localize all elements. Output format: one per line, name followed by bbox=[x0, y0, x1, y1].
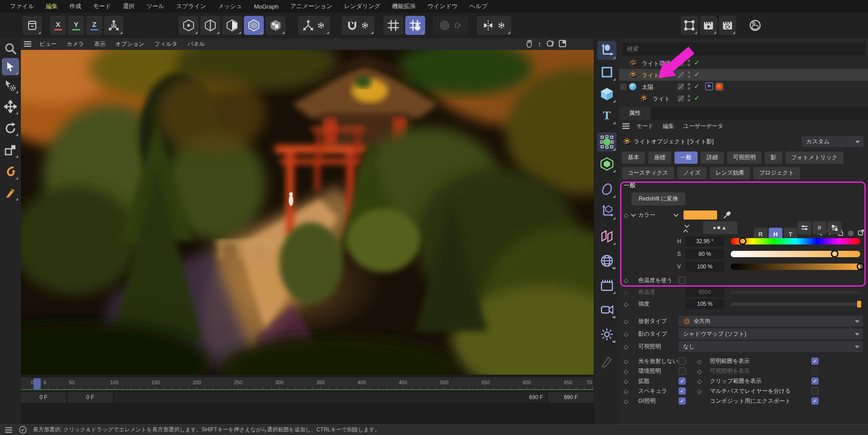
viewport-menu-1[interactable]: カメラ bbox=[62, 39, 89, 49]
attr-menu-0[interactable]: モード bbox=[632, 121, 658, 132]
snap-settings-button[interactable] bbox=[342, 16, 374, 35]
preset-dropdown[interactable]: カスタム bbox=[802, 136, 863, 147]
timeline-ruler[interactable]: 0650100150200250300350400450500550600650… bbox=[21, 377, 594, 390]
editor-render-dots[interactable] bbox=[688, 95, 690, 102]
hex-input-icon[interactable]: # bbox=[813, 221, 826, 234]
keyframe-diamond-icon[interactable]: ◇ bbox=[624, 368, 628, 375]
undo-history-button[interactable] bbox=[23, 16, 42, 35]
keyframe-diamond-icon[interactable]: ◇ bbox=[624, 378, 628, 385]
hsv-value-S[interactable]: 80 % bbox=[685, 249, 724, 259]
hsv-slider-S[interactable] bbox=[731, 251, 860, 257]
falloff-settings-button[interactable] bbox=[433, 16, 468, 35]
subdivision-surface-icon[interactable] bbox=[597, 180, 616, 199]
workplane-button[interactable] bbox=[383, 16, 403, 35]
checkbox-マルチパスでレイヤーを分ける[interactable] bbox=[811, 387, 819, 395]
hsv-slider-H[interactable] bbox=[731, 238, 860, 244]
expand-down-icon[interactable] bbox=[684, 223, 689, 228]
magic-ball-icon[interactable] bbox=[745, 16, 765, 35]
preview-range-bar[interactable]: 690 F bbox=[114, 392, 547, 403]
checkbox-可視照明を表示[interactable] bbox=[811, 367, 819, 375]
menu-選択[interactable]: 選択 bbox=[117, 0, 140, 12]
text-spline-icon[interactable]: T bbox=[597, 106, 616, 125]
viewport-menu-2[interactable]: 表示 bbox=[89, 39, 110, 49]
editor-render-dots[interactable] bbox=[688, 83, 690, 90]
menu-レンダリング[interactable]: レンダリング bbox=[339, 0, 386, 12]
menu-機能拡張[interactable]: 機能拡張 bbox=[387, 0, 421, 12]
volume-builder-icon[interactable] bbox=[597, 154, 616, 173]
current-frame-field[interactable]: 0 F bbox=[21, 392, 66, 403]
cube-primitive-icon[interactable] bbox=[597, 84, 616, 103]
axis-lock-z[interactable]: Z bbox=[86, 16, 102, 35]
tree-row-ライト環境[interactable]: STライト環境✓ bbox=[619, 57, 868, 69]
menu-ファイル[interactable]: ファイル bbox=[5, 0, 39, 12]
search-commander-icon[interactable] bbox=[2, 40, 19, 57]
model-mode-button[interactable] bbox=[244, 16, 264, 35]
editor-render-dots[interactable] bbox=[688, 59, 690, 66]
keyframe-diamond-icon[interactable]: ◇ bbox=[697, 388, 702, 395]
menu-ウインドウ[interactable]: ウインドウ bbox=[422, 0, 463, 12]
viewport-menu-5[interactable]: パネル bbox=[183, 39, 210, 49]
dropdown-可視照明[interactable]: なし bbox=[679, 341, 863, 352]
attr-menu-1[interactable]: 編集 bbox=[658, 121, 679, 132]
render-region-button[interactable] bbox=[681, 16, 698, 35]
compositing-tag-icon[interactable]: ⚑ bbox=[705, 83, 713, 90]
use-temp-checkbox[interactable] bbox=[679, 277, 686, 284]
checkbox-GI照明[interactable]: ✓ bbox=[679, 397, 686, 405]
attr-tab-レンズ効果[interactable]: レンズ効果 bbox=[710, 167, 750, 179]
dropdown-放射タイプ[interactable]: 全方向 bbox=[679, 316, 863, 327]
checkbox-コンポジット用にエクスポート[interactable]: ✓ bbox=[811, 397, 819, 405]
checkbox-環境照明[interactable] bbox=[679, 367, 686, 375]
viewport-menu-4[interactable]: フィルタ bbox=[149, 39, 182, 49]
keyframe-diamond-icon[interactable]: ◇ bbox=[624, 212, 628, 219]
visibility-toggle-icon[interactable] bbox=[678, 60, 684, 66]
symmetry-settings-button[interactable] bbox=[477, 16, 511, 35]
attr-tab-コースティクス[interactable]: コースティクス bbox=[622, 167, 674, 179]
visibility-toggle-icon[interactable] bbox=[678, 83, 684, 90]
checkbox-クリップ範囲を表示[interactable]: ✓ bbox=[811, 377, 819, 385]
render-settings-button[interactable] bbox=[719, 16, 736, 35]
viewport-3d-scene[interactable] bbox=[21, 50, 594, 375]
enabled-check-icon[interactable]: ✓ bbox=[694, 82, 700, 90]
axis-settings-button[interactable] bbox=[298, 16, 330, 35]
keyframe-diamond-icon[interactable]: ◇ bbox=[624, 398, 628, 405]
range-end-field[interactable]: 690 F bbox=[548, 392, 594, 403]
expander-icon[interactable]: − bbox=[621, 84, 626, 89]
menu-作成[interactable]: 作成 bbox=[64, 0, 87, 12]
menu-スプライン[interactable]: スプライン bbox=[170, 0, 212, 12]
menu-メッシュ[interactable]: メッシュ bbox=[213, 0, 247, 12]
color-mixer-icon[interactable] bbox=[798, 221, 811, 234]
tree-row-ライト[interactable]: STライト✓ bbox=[619, 93, 868, 104]
enabled-check-icon[interactable]: ✓ bbox=[694, 94, 700, 102]
keyframe-diamond-icon[interactable]: ◇ bbox=[624, 358, 628, 365]
attr-burger-icon[interactable] bbox=[622, 123, 630, 129]
keyframe-diamond-icon[interactable]: ◇ bbox=[624, 277, 628, 284]
tweak-tool[interactable] bbox=[2, 77, 19, 94]
convert-to-redshift-button[interactable]: Redshift に変換 bbox=[631, 192, 685, 205]
lock-workplane-button[interactable] bbox=[405, 16, 425, 35]
viewport-menu-0[interactable]: ビュー bbox=[34, 39, 62, 49]
visibility-toggle-icon[interactable] bbox=[678, 72, 684, 78]
keyframe-diamond-icon[interactable]: ◇ bbox=[624, 331, 628, 337]
slider-knob[interactable] bbox=[857, 263, 864, 270]
orbit-view-icon[interactable] bbox=[546, 39, 554, 48]
hsv-slider-V[interactable] bbox=[731, 264, 860, 270]
hsv-value-H[interactable]: 32.95 ° bbox=[685, 236, 724, 246]
enabled-check-icon[interactable]: ✓ bbox=[694, 70, 700, 78]
attr-tab-プロジェクト[interactable]: プロジェクト bbox=[753, 167, 800, 179]
status-burger-icon[interactable] bbox=[5, 427, 13, 433]
live-selection-tool[interactable] bbox=[2, 58, 19, 75]
render-view-button[interactable] bbox=[700, 16, 717, 35]
points-mode-button[interactable] bbox=[179, 16, 199, 35]
keyframe-diamond-icon[interactable]: ◇ bbox=[624, 301, 628, 308]
keyframe-diamond-icon[interactable]: ◇ bbox=[624, 388, 628, 395]
color-swatch[interactable] bbox=[684, 210, 717, 220]
menu-アニメーション[interactable]: アニメーション bbox=[285, 0, 338, 12]
rectangle-primitive-icon[interactable] bbox=[597, 63, 616, 82]
attr-tab-座標[interactable]: 座標 bbox=[648, 152, 671, 164]
keyframe-diamond-icon[interactable]: ◇ bbox=[624, 343, 628, 350]
checkbox-照明範囲を表示[interactable]: ✓ bbox=[811, 357, 819, 365]
keyframe-diamond-icon[interactable]: ◇ bbox=[697, 358, 702, 365]
eyedropper-icon[interactable] bbox=[723, 210, 732, 220]
range-start-field[interactable]: 0 F bbox=[68, 392, 113, 403]
edges-mode-button[interactable] bbox=[200, 16, 220, 35]
